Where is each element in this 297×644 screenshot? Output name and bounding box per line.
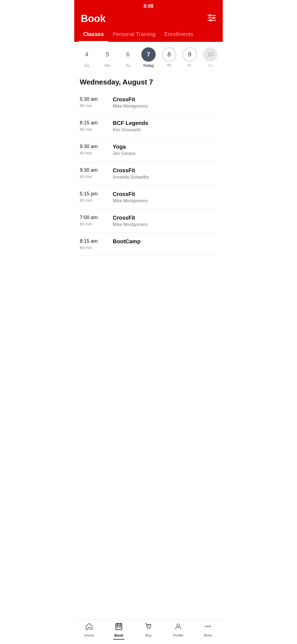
calendar-day-7-today[interactable]: 7 Today bbox=[140, 47, 157, 68]
class-item[interactable]: 7:00 am 60 min CrossFit Mike Montgomery bbox=[80, 209, 217, 233]
tab-bar: Classes Personal Training Enrollments bbox=[74, 29, 223, 42]
class-time: 9:30 am 60 min bbox=[80, 167, 113, 179]
svg-point-12 bbox=[147, 629, 148, 629]
header: Book bbox=[74, 11, 223, 29]
calendar-day-10[interactable]: 10 Sa bbox=[201, 47, 219, 68]
filter-icon[interactable] bbox=[207, 14, 216, 24]
svg-point-17 bbox=[210, 626, 211, 627]
class-info: CrossFit Amanda Schaeffer bbox=[113, 167, 217, 180]
status-bar: 8:08 bbox=[74, 0, 223, 11]
nav-item-book[interactable]: Book bbox=[104, 623, 134, 640]
page-title: Book bbox=[81, 13, 106, 24]
day-number: 4 bbox=[79, 47, 94, 62]
class-info: BootCamp bbox=[113, 238, 217, 246]
class-time: 5:30 am 60 min bbox=[80, 96, 113, 108]
svg-point-3 bbox=[209, 15, 211, 16]
profile-icon bbox=[174, 623, 182, 632]
more-icon bbox=[204, 623, 212, 632]
svg-rect-6 bbox=[116, 624, 122, 630]
calendar-day-9[interactable]: 9 Fr bbox=[181, 47, 199, 68]
nav-label-home: Home bbox=[84, 633, 94, 637]
status-time: 8:08 bbox=[144, 3, 153, 9]
tab-enrollments[interactable]: Enrollments bbox=[160, 29, 198, 42]
nav-item-home[interactable]: Home bbox=[74, 623, 104, 640]
class-time: 7:00 am 60 min bbox=[80, 215, 113, 226]
day-number: 6 bbox=[121, 47, 135, 62]
day-label: Sa bbox=[208, 63, 213, 68]
day-label: Su bbox=[84, 63, 89, 68]
svg-point-5 bbox=[210, 20, 211, 21]
day-number: 7 bbox=[141, 47, 156, 62]
tab-personal-training[interactable]: Personal Training bbox=[108, 29, 160, 42]
class-item[interactable]: 5:30 am 60 min CrossFit Mike Montgomery bbox=[80, 91, 217, 114]
nav-item-more[interactable]: More bbox=[193, 623, 223, 640]
class-item[interactable]: 9:30 am 60 min Yoga Jen Gerace bbox=[80, 138, 217, 162]
class-time: 8:15 am 60 min bbox=[80, 238, 113, 250]
date-heading: Wednesday, August 7 bbox=[74, 71, 223, 91]
nav-item-profile[interactable]: Profile bbox=[163, 623, 193, 640]
class-item[interactable]: 8:15 am 60 min BCF Legends Kim Grossarth bbox=[80, 114, 217, 138]
day-number: 8 bbox=[162, 47, 176, 62]
class-info: CrossFit Mike Montgomery bbox=[113, 96, 217, 109]
day-number: 5 bbox=[100, 47, 114, 62]
svg-rect-10 bbox=[117, 626, 118, 627]
nav-item-buy[interactable]: Buy bbox=[134, 623, 163, 640]
class-list: 5:30 am 60 min CrossFit Mike Montgomery … bbox=[74, 91, 223, 256]
calendar-day-5[interactable]: 5 Mo bbox=[98, 47, 116, 68]
day-label: Tu bbox=[126, 63, 130, 68]
calendar-day-4[interactable]: 4 Su bbox=[78, 47, 95, 68]
home-icon bbox=[85, 623, 93, 632]
svg-rect-11 bbox=[119, 626, 121, 627]
day-label: Fr bbox=[188, 63, 191, 68]
class-info: CrossFit Mike Montgomery bbox=[113, 191, 217, 203]
class-item[interactable]: 9:30 am 60 min CrossFit Amanda Schaeffer bbox=[80, 162, 217, 185]
svg-point-4 bbox=[213, 17, 215, 19]
class-time: 8:15 am 60 min bbox=[80, 120, 113, 132]
book-icon bbox=[115, 623, 123, 632]
class-info: Yoga Jen Gerace bbox=[113, 144, 217, 156]
nav-label-book: Book bbox=[114, 633, 123, 637]
day-number: 10 bbox=[203, 47, 217, 62]
nav-label-profile: Profile bbox=[173, 633, 183, 637]
class-info: BCF Legends Kim Grossarth bbox=[113, 120, 217, 132]
class-info: CrossFit Mike Montgomery bbox=[113, 215, 217, 227]
day-label: Mo bbox=[105, 63, 110, 68]
class-time: 5:15 pm 60 min bbox=[80, 191, 113, 203]
class-time: 9:30 am 60 min bbox=[80, 144, 113, 155]
day-label: Today bbox=[143, 63, 154, 68]
class-item[interactable]: 5:15 pm 60 min CrossFit Mike Montgomery bbox=[80, 185, 217, 209]
nav-label-buy: Buy bbox=[145, 633, 152, 637]
nav-label-more: More bbox=[204, 633, 212, 637]
class-item[interactable]: 8:15 am 60 min BootCamp bbox=[80, 233, 217, 256]
bottom-nav: Home Book Buy bbox=[74, 620, 223, 644]
svg-point-14 bbox=[177, 624, 180, 627]
day-number: 9 bbox=[183, 47, 197, 62]
calendar-day-6[interactable]: 6 Tu bbox=[119, 47, 137, 68]
svg-point-16 bbox=[207, 626, 209, 627]
tab-classes[interactable]: Classes bbox=[79, 29, 108, 42]
buy-icon bbox=[145, 623, 152, 632]
svg-point-15 bbox=[205, 626, 207, 627]
svg-point-13 bbox=[150, 629, 150, 629]
day-label: Th bbox=[167, 63, 171, 68]
calendar-day-8[interactable]: 8 Th bbox=[160, 47, 178, 68]
calendar-strip: 4 Su 5 Mo 6 Tu 7 Today 8 Th 9 Fr 10 Sa bbox=[74, 42, 223, 71]
